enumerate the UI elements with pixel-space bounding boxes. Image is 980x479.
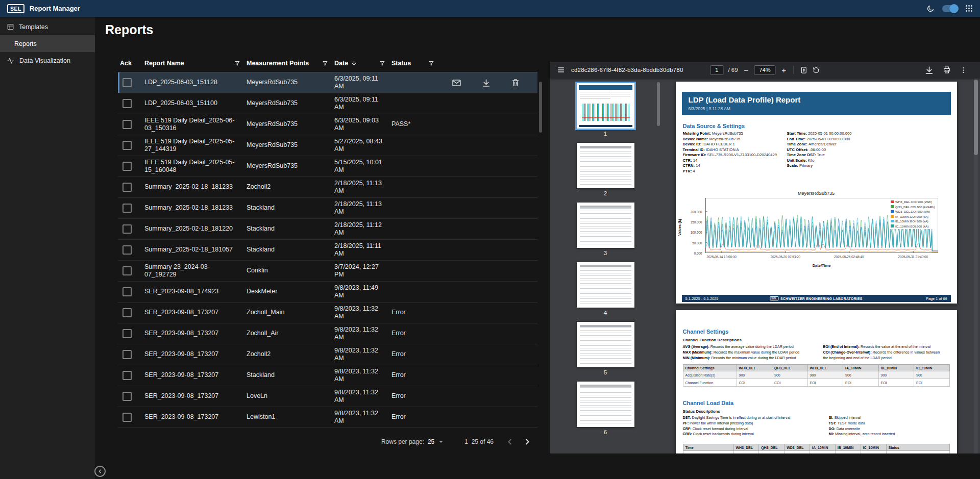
report-row[interactable]: SER_2023-09-08_173207Zocholl_Air9/8/2023… xyxy=(118,323,537,344)
viewer-menu-icon[interactable] xyxy=(557,66,565,74)
status-description: CRB: Clock reset backwards during interv… xyxy=(683,432,822,437)
dark-mode-toggle[interactable] xyxy=(942,5,958,12)
report-row[interactable]: SER_2023-09-08_173207Lewiston19/8/2023, … xyxy=(118,407,537,428)
thumbnail-page-number: 1 xyxy=(577,131,634,137)
row-checkbox[interactable] xyxy=(122,413,132,422)
report-row[interactable]: IEEE 519 Daily Detail_2025-05-15_160048M… xyxy=(118,156,537,177)
fit-to-page-icon[interactable] xyxy=(800,66,808,74)
rotate-icon[interactable] xyxy=(813,66,820,74)
sidebar-item-data-visualization[interactable]: Data Visualization xyxy=(0,52,95,69)
zoom-out-button[interactable]: − xyxy=(743,66,750,74)
pdf-page-1: LDP (Load Data Profile) Report 6/3/2025 … xyxy=(676,82,957,304)
print-icon[interactable] xyxy=(943,66,951,74)
row-checkbox[interactable] xyxy=(122,141,132,150)
row-checkbox[interactable] xyxy=(122,266,132,275)
pages-scrollbar-thumb[interactable] xyxy=(974,80,978,155)
row-checkbox[interactable] xyxy=(122,99,132,108)
report-row[interactable]: Summary_2025-02-18_181220Stackland2/18/2… xyxy=(118,219,537,240)
row-checkbox[interactable] xyxy=(122,392,132,401)
next-page-button[interactable] xyxy=(522,437,532,447)
row-checkbox[interactable] xyxy=(122,329,132,338)
report-row[interactable]: LDP_2025-06-03_151100MeyersRdSub7356/3/2… xyxy=(118,93,537,114)
download-report-icon[interactable] xyxy=(481,78,491,88)
ack-cell xyxy=(118,287,144,296)
report-row[interactable]: Summary_2025-02-18_181233Zocholl22/18/20… xyxy=(118,177,537,198)
column-header-points[interactable]: Measurement Points xyxy=(247,60,334,67)
row-checkbox[interactable] xyxy=(122,245,132,255)
thumbnail-page[interactable] xyxy=(577,322,634,367)
row-checkbox[interactable] xyxy=(122,308,132,317)
download-document-icon[interactable] xyxy=(924,65,934,75)
report-row[interactable]: IEEE 519 Daily Detail_2025-05-27_144319M… xyxy=(118,135,537,156)
thumbnail[interactable]: 4 xyxy=(577,262,634,316)
chart-y-ticks: 200.000150.000100.00050.0000.000 xyxy=(682,198,703,253)
sidebar-item-reports[interactable]: Reports xyxy=(0,35,95,52)
document-id: cd28c286-67f8-4f82-b3da-8bddb30db780 xyxy=(571,67,683,73)
filter-icon[interactable] xyxy=(234,60,240,66)
thumbnail-page[interactable] xyxy=(577,382,634,427)
chart-x-axis-label: Date/Time xyxy=(705,263,938,268)
thumbnail[interactable]: 1 xyxy=(577,83,634,137)
function-descriptions-right: EOI (End of Interval): Records the value… xyxy=(823,344,946,361)
report-row[interactable]: LDP_2025-06-03_151128MeyersRdSub7356/3/2… xyxy=(118,72,537,93)
column-header-ack[interactable]: Ack xyxy=(118,60,144,67)
row-checkbox[interactable] xyxy=(122,350,132,359)
table-scrollbar[interactable] xyxy=(539,82,542,133)
thumbnail-page[interactable] xyxy=(577,83,634,129)
report-row[interactable]: Summary_2025-02-18_181057Stackland2/18/2… xyxy=(118,240,537,261)
thumbnail[interactable]: 6 xyxy=(577,382,634,436)
report-row[interactable]: SER_2023-09-08_173207Zocholl_Main9/8/202… xyxy=(118,302,537,323)
status-cell: Error xyxy=(391,350,440,359)
row-checkbox[interactable] xyxy=(122,287,132,296)
row-checkbox[interactable] xyxy=(122,162,132,171)
data-source-field: End Time: 2025-06-01 00:00:00.000 xyxy=(787,137,852,142)
legend-entry: WD3_DEL.EOI.900 (kW) xyxy=(891,210,935,213)
row-checkbox[interactable] xyxy=(122,78,132,87)
thumbnail-page[interactable] xyxy=(577,203,634,248)
report-row[interactable]: SER_2023-09-08_173207Zocholl29/8/2023, 1… xyxy=(118,344,537,365)
doc-table-header-cell: IC_10MIN xyxy=(914,365,950,371)
email-report-icon[interactable] xyxy=(452,78,461,88)
column-header-name[interactable]: Report Name xyxy=(144,60,247,67)
thumbnail[interactable]: 3 xyxy=(577,203,634,257)
thumbnail-page[interactable] xyxy=(577,262,634,308)
row-checkbox[interactable] xyxy=(122,371,132,380)
report-row[interactable]: SER_2023-09-08_174923DeskMeter9/8/2023, … xyxy=(118,282,537,302)
row-checkbox[interactable] xyxy=(122,204,132,213)
x-tick-label: 2025-05-14 13:00:00 xyxy=(706,255,736,259)
zoom-in-button[interactable]: + xyxy=(780,66,788,74)
report-row[interactable]: SER_2023-09-08_173207Stackland9/8/2023, … xyxy=(118,365,537,386)
report-row[interactable]: Summary_2025-02-18_181233Stackland2/18/2… xyxy=(118,198,537,219)
report-name-cell: Summary_2025-02-18_181233 xyxy=(144,204,247,212)
thumbnail-scrollbar[interactable] xyxy=(657,82,660,126)
report-row[interactable]: IEEE 519 Daily Detail_2025-06-03_150316M… xyxy=(118,114,537,135)
filter-icon[interactable] xyxy=(322,60,328,66)
thumb-table xyxy=(580,146,631,185)
previous-page-button[interactable] xyxy=(505,437,515,447)
doc-table-cell: 900 xyxy=(843,371,879,379)
thumbnail[interactable]: 5 xyxy=(577,322,634,376)
thumbnail-page[interactable] xyxy=(577,143,634,188)
column-header-date[interactable]: Date xyxy=(334,60,391,67)
rows-per-page-select[interactable]: Rows per page: 25 xyxy=(381,438,443,445)
thumbnail[interactable]: 2 xyxy=(577,143,634,197)
sort-desc-icon[interactable] xyxy=(351,60,357,66)
column-header-status[interactable]: Status xyxy=(391,60,440,67)
page-number-input[interactable]: 1 xyxy=(710,65,723,75)
legend-swatch xyxy=(891,215,894,218)
row-checkbox[interactable] xyxy=(122,224,132,234)
apps-grid-icon[interactable] xyxy=(965,5,973,12)
more-options-icon[interactable] xyxy=(960,66,967,74)
dark-mode-icon xyxy=(926,5,935,13)
row-checkbox[interactable] xyxy=(122,120,132,129)
sidebar-collapse-button[interactable] xyxy=(94,466,106,477)
row-actions xyxy=(440,78,537,88)
sidebar-item-templates[interactable]: Templates xyxy=(0,18,95,35)
report-row[interactable]: SER_2023-09-08_173207LoveLn9/8/2023, 11:… xyxy=(118,386,537,407)
row-checkbox[interactable] xyxy=(122,183,132,192)
report-row[interactable]: Summary 23_2024-03-07_192729Conklin3/7/2… xyxy=(118,261,537,282)
filter-icon[interactable] xyxy=(428,60,434,66)
filter-icon[interactable] xyxy=(379,60,385,66)
delete-report-icon[interactable] xyxy=(511,78,520,87)
zoom-level[interactable]: 74% xyxy=(754,65,776,75)
